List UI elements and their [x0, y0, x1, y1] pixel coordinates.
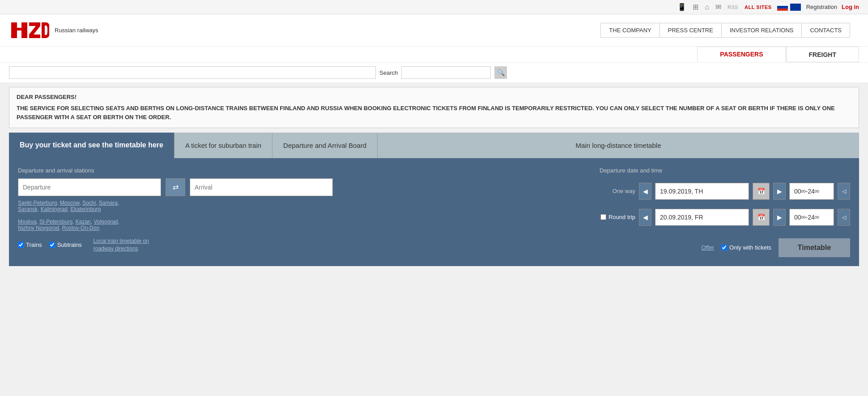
alert-banner: DEAR PASSENGERS! THE SERVICE FOR SELECTI… [9, 87, 859, 128]
date2-input[interactable] [655, 209, 749, 226]
tab-timetable[interactable]: Main long-distance timetable [378, 133, 859, 158]
stations-title: Departure and arrival stations [18, 167, 591, 174]
date1-prev-btn[interactable]: ◀ [639, 183, 651, 200]
utility-icons: 📱 ⊞ ⌂ ✉ RSS ALL SITES [677, 3, 771, 11]
search-right-input[interactable] [401, 66, 491, 79]
stations-row: ⇄ [18, 178, 591, 196]
home-icon[interactable]: ⌂ [705, 3, 709, 11]
subtrains-checkbox[interactable] [49, 242, 55, 248]
timetable-button[interactable]: Timetable [779, 238, 850, 257]
time1-display: 0000-2400 [789, 183, 834, 200]
departure-input[interactable] [18, 178, 161, 196]
email-icon[interactable]: ✉ [715, 3, 721, 11]
round-trip-checkbox[interactable] [600, 214, 606, 220]
round-trip-checkbox-label[interactable]: Round trip [600, 214, 635, 220]
one-way-label: One way [600, 188, 635, 194]
trains-label: Trains [26, 241, 42, 248]
header-nav: THE COMPANY PRESS CENTRE INVESTOR RELATI… [600, 23, 859, 38]
alert-body: THE SERVICE FOR SELECTING SEATS AND BERT… [17, 104, 851, 121]
arrival-input[interactable] [190, 178, 333, 196]
header-wrapper: Russian railways THE COMPANY PRESS CENTR… [0, 14, 868, 82]
logo-area: Russian railways [9, 18, 98, 43]
hint-kazan[interactable]: Kazan [76, 219, 91, 225]
arrival-hints: Moskva, St-Petersburg, Kazan, Volgograd,… [18, 219, 591, 231]
subnav-passengers[interactable]: PASSENGERS [697, 47, 786, 62]
tab-content: Departure and arrival stations ⇄ Sankt-P… [9, 158, 859, 266]
top-utility-bar: 📱 ⊞ ⌂ ✉ RSS ALL SITES Registration Log i… [0, 0, 868, 14]
trains-checkbox[interactable] [18, 242, 24, 248]
subtrains-label: Subtrains [57, 241, 82, 248]
hint-saransk[interactable]: Saransk [18, 206, 38, 212]
time1-expand-btn[interactable]: ◁ [838, 183, 850, 200]
hint-moskva[interactable]: Moskva [18, 219, 36, 225]
hint-rostov[interactable]: Rostov-On-Don [62, 225, 99, 231]
date1-next-btn[interactable]: ▶ [773, 183, 786, 200]
hint-spb[interactable]: Sankt-Peterburg [18, 200, 57, 206]
time2-expand-btn[interactable]: ◁ [838, 209, 850, 226]
flag-en[interactable] [790, 4, 801, 11]
search-main-input[interactable] [9, 66, 376, 79]
only-tickets-checkbox[interactable] [721, 245, 727, 250]
time2-display: 0000-2400 [789, 209, 834, 226]
search-button[interactable]: 🔍 [494, 66, 507, 79]
subtrains-checkbox-label[interactable]: Subtrains [49, 241, 82, 248]
round-trip-row: Round trip ◀ 📅 ▶ 0000-2400 ◁ [600, 209, 850, 226]
tab-buy-ticket[interactable]: Buy your ticket and see the timetable he… [9, 133, 174, 158]
header-top: Russian railways THE COMPANY PRESS CENTR… [0, 14, 868, 46]
right-panel: Departure date and time One way ◀ 📅 ▶ 00… [600, 167, 850, 257]
checkboxes-row: Trains Subtrains Local train timetable o… [18, 237, 591, 253]
search-bar: Search 🔍 [0, 62, 868, 82]
subnav-row: PASSENGERS FREIGHT [0, 46, 868, 62]
date2-next-btn[interactable]: ▶ [773, 209, 786, 226]
only-tickets-text: Only with tickets [729, 244, 771, 251]
offer-link[interactable]: Offer [701, 244, 714, 251]
registration-link[interactable]: Registration [806, 4, 837, 10]
round-trip-label: Round trip [608, 214, 635, 220]
flag-ru[interactable] [777, 4, 788, 11]
subnav-freight[interactable]: FREIGHT [786, 47, 859, 62]
hint-stpetersburg[interactable]: St-Petersburg [39, 219, 72, 225]
logo-text: Russian railways [55, 27, 98, 34]
login-link[interactable]: Log in [842, 4, 859, 10]
search-label: Search [379, 69, 398, 76]
nav-press[interactable]: PRESS CENTRE [660, 23, 721, 38]
hint-kaliningrad[interactable]: Kaliningrad [41, 206, 68, 212]
hint-moscow[interactable]: Moscow [60, 200, 79, 206]
departure-hints: Sankt-Peterburg, Moscow, Sochi, Samara, … [18, 200, 591, 212]
grid-icon[interactable]: ⊞ [693, 3, 698, 11]
rzd-logo[interactable] [9, 18, 49, 43]
only-tickets-label[interactable]: Only with tickets [721, 244, 771, 251]
date-title: Departure date and time [600, 167, 850, 174]
date1-calendar-btn[interactable]: 📅 [753, 183, 770, 200]
tab-departure-board[interactable]: Departure and Arrival Board [272, 133, 378, 158]
nav-contacts[interactable]: CONTACTS [801, 23, 850, 38]
phone-icon[interactable]: 📱 [677, 3, 686, 11]
hint-sochi[interactable]: Sochi [82, 200, 96, 206]
tabs-container: Buy your ticket and see the timetable he… [9, 133, 859, 266]
local-timetable-link[interactable]: Local train timetable on roadway directi… [94, 237, 156, 253]
all-sites-link[interactable]: ALL SITES [745, 4, 772, 10]
rzd-logo-svg [9, 18, 49, 43]
left-panel: Departure and arrival stations ⇄ Sankt-P… [18, 167, 591, 257]
date2-calendar-btn[interactable]: 📅 [753, 209, 770, 226]
bottom-row: Offer Only with tickets Timetable [600, 238, 850, 257]
booking-form: Departure and arrival stations ⇄ Sankt-P… [18, 167, 850, 257]
one-way-row: One way ◀ 📅 ▶ 0000-2400 ◁ [600, 183, 850, 200]
hint-ekaterinburg[interactable]: Ekaterinburg [70, 206, 101, 212]
hint-nizhny[interactable]: Nizhny Novgorod [18, 225, 59, 231]
hint-samara[interactable]: Samara [99, 200, 118, 206]
trains-checkbox-label[interactable]: Trains [18, 241, 42, 248]
rss-label: RSS [728, 4, 738, 10]
tab-suburban[interactable]: A ticket for suburban train [174, 133, 272, 158]
auth-links: Registration Log in [806, 4, 859, 10]
nav-investor[interactable]: INVESTOR RELATIONS [721, 23, 802, 38]
hint-volgograd[interactable]: Volgograd [94, 219, 118, 225]
alert-title: DEAR PASSENGERS! [17, 94, 851, 100]
nav-company[interactable]: THE COMPANY [600, 23, 659, 38]
date1-input[interactable] [655, 183, 749, 200]
tabs-header: Buy your ticket and see the timetable he… [9, 133, 859, 158]
date2-prev-btn[interactable]: ◀ [639, 209, 651, 226]
language-flags [777, 4, 801, 11]
swap-button[interactable]: ⇄ [166, 178, 185, 196]
